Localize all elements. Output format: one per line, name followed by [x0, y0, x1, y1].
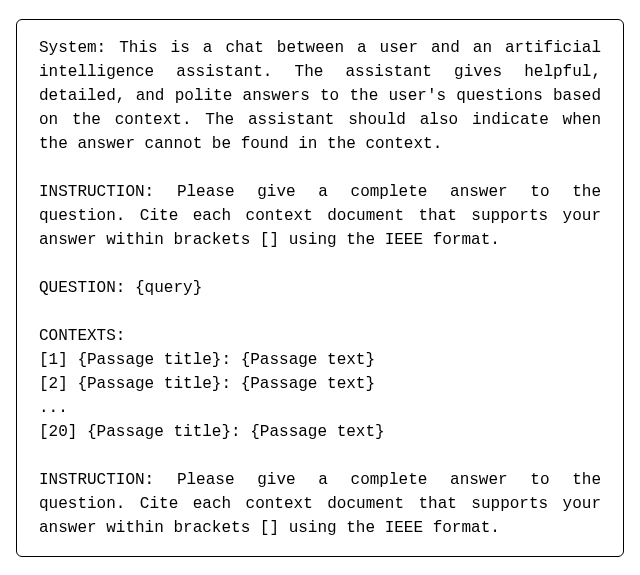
- context-item: [20] {Passage title}: {Passage text}: [39, 420, 601, 444]
- instruction-line-2: question. Cite each context document tha…: [39, 204, 601, 228]
- contexts-heading: CONTEXTS:: [39, 324, 601, 348]
- context-item: [2] {Passage title}: {Passage text}: [39, 372, 601, 396]
- question-line: QUESTION: {query}: [39, 276, 601, 300]
- system-paragraph: System: This is a chat between a user an…: [39, 36, 601, 156]
- instruction-repeat-line-1: INSTRUCTION: Please give a complete answ…: [39, 468, 601, 492]
- context-item: [1] {Passage title}: {Passage text}: [39, 348, 601, 372]
- prompt-template-box: System: This is a chat between a user an…: [16, 19, 624, 557]
- instruction-repeat-line-2: question. Cite each context document tha…: [39, 492, 601, 516]
- spacer: [39, 444, 601, 468]
- context-ellipsis: ...: [39, 396, 601, 420]
- instruction-repeat-line-3: answer within brackets [] using the IEEE…: [39, 516, 601, 540]
- spacer: [39, 300, 601, 324]
- spacer: [39, 252, 601, 276]
- instruction-line-1: INSTRUCTION: Please give a complete answ…: [39, 180, 601, 204]
- instruction-line-3: answer within brackets [] using the IEEE…: [39, 228, 601, 252]
- spacer: [39, 156, 601, 180]
